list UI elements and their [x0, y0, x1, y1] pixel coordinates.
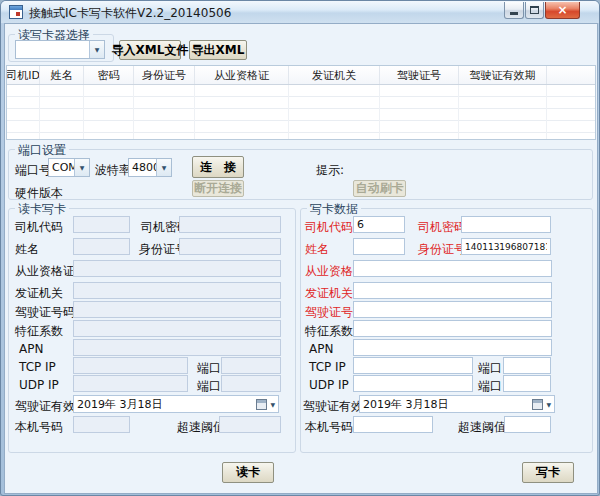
read-tcp-ip-input[interactable] — [73, 357, 188, 374]
read-udp-port-label: 端口 — [197, 378, 221, 395]
hint-label: 提示: — [316, 162, 344, 179]
read-qualification-input[interactable] — [73, 260, 281, 277]
write-local-number-input[interactable] — [353, 416, 433, 433]
write-name-input[interactable] — [353, 238, 405, 255]
read-driver-code-input[interactable] — [73, 216, 130, 233]
write-udp-port-input[interactable] — [503, 375, 551, 392]
write-license-validity-datepicker[interactable]: 2019年 3月18日 ▼ — [359, 395, 555, 413]
write-coefficient-input[interactable] — [353, 320, 552, 337]
read-issuer-input[interactable] — [73, 282, 281, 299]
table-header-row: 司机ID 姓名 密码 身份证号 从业资格证 发证机关 驾驶证号 驾驶证有效期 — [7, 66, 595, 85]
chevron-down-icon: ▼ — [74, 159, 89, 176]
write-tcp-ip-label: TCP IP — [309, 360, 346, 374]
maximize-button[interactable] — [525, 2, 544, 19]
table-column — [547, 85, 595, 139]
read-overspeed-input[interactable] — [219, 416, 281, 433]
disconnect-button[interactable]: 断开连接 — [192, 180, 244, 197]
read-tcp-port-input[interactable] — [221, 357, 281, 374]
write-driver-code-label: 司机代码 — [305, 219, 353, 236]
table-column — [289, 85, 380, 139]
write-overspeed-label: 超速阈值 — [458, 419, 506, 436]
read-tcp-port-label: 端口 — [197, 360, 221, 377]
column-header-license-no[interactable]: 驾驶证号 — [380, 66, 459, 84]
read-udp-port-input[interactable] — [221, 375, 281, 392]
window-title: 接触式IC卡写卡软件V2.2_20140506 — [29, 5, 231, 22]
maximize-icon — [530, 6, 539, 14]
read-coefficient-input[interactable] — [73, 320, 281, 337]
chevron-down-icon: ▼ — [269, 401, 278, 408]
table-body — [7, 85, 595, 139]
write-driver-password-input[interactable] — [461, 216, 551, 233]
read-driver-code-label: 司机代码 — [15, 219, 63, 236]
read-qualification-label: 从业资格证 — [15, 263, 75, 280]
column-header-id-number[interactable]: 身份证号 — [134, 66, 195, 84]
table-column — [134, 85, 195, 139]
minimize-icon — [510, 12, 518, 15]
read-udp-ip-label: UDP IP — [19, 378, 59, 392]
table-column — [380, 85, 459, 139]
close-button[interactable]: × — [545, 2, 580, 19]
baud-combobox-value: 4800 — [129, 161, 156, 174]
minimize-button[interactable] — [504, 2, 524, 19]
read-tcp-ip-label: TCP IP — [19, 360, 56, 374]
read-overspeed-label: 超速阈值 — [177, 419, 225, 436]
table-column — [7, 85, 40, 139]
read-validity-value: 2019年 3月18日 — [74, 397, 256, 412]
read-license-validity-datepicker[interactable]: 2019年 3月18日 ▼ — [73, 395, 279, 413]
column-header-name[interactable]: 姓名 — [40, 66, 84, 84]
write-validity-value: 2019年 3月18日 — [360, 397, 532, 412]
write-license-number-input[interactable] — [353, 301, 552, 318]
read-license-number-label: 驾驶证号码 — [15, 304, 75, 321]
calendar-icon — [532, 399, 543, 410]
write-qualification-input[interactable] — [353, 260, 552, 277]
write-card-button[interactable]: 写卡 — [522, 462, 574, 483]
export-xml-button[interactable]: 导出XML — [189, 40, 247, 60]
write-udp-ip-label: UDP IP — [309, 378, 349, 392]
write-udp-ip-input[interactable] — [353, 375, 473, 392]
reader-combobox[interactable]: ▼ — [15, 40, 105, 59]
column-header-validity[interactable]: 驾驶证有效期 — [459, 66, 547, 84]
write-tcp-ip-input[interactable] — [353, 357, 473, 374]
connect-button[interactable]: 连 接 — [192, 156, 244, 178]
write-id-number-input[interactable] — [461, 238, 551, 255]
read-name-input[interactable] — [73, 238, 130, 255]
read-panel-label: 读卡写卡 — [15, 201, 69, 218]
write-overspeed-input[interactable] — [504, 416, 551, 433]
read-license-number-input[interactable] — [73, 301, 281, 318]
write-coefficient-label: 特征系数 — [305, 323, 353, 340]
column-header-issuer[interactable]: 发证机关 — [289, 66, 380, 84]
read-apn-label: APN — [19, 342, 43, 356]
write-issuer-input[interactable] — [353, 282, 552, 299]
read-apn-input[interactable] — [73, 339, 281, 356]
write-issuer-label: 发证机关 — [305, 285, 353, 302]
write-tcp-port-input[interactable] — [503, 357, 551, 374]
chevron-down-icon: ▼ — [156, 159, 171, 176]
import-xml-button[interactable]: 导入XML文件 — [119, 40, 181, 60]
driver-table: 司机ID 姓名 密码 身份证号 从业资格证 发证机关 驾驶证号 驾驶证有效期 — [6, 65, 596, 140]
column-header-password[interactable]: 密码 — [84, 66, 134, 84]
column-header-driver-id[interactable]: 司机ID — [7, 66, 40, 84]
table-column — [459, 85, 547, 139]
write-id-number-label: 身份证号 — [418, 241, 466, 258]
read-name-label: 姓名 — [15, 241, 39, 258]
titlebar[interactable]: 接触式IC卡写卡软件V2.2_20140506 × — [1, 1, 600, 23]
read-udp-ip-input[interactable] — [73, 375, 188, 392]
auto-swipe-button[interactable]: 自动刷卡 — [353, 180, 406, 197]
column-header-qualification[interactable]: 从业资格证 — [195, 66, 289, 84]
close-icon: × — [557, 3, 567, 17]
write-driver-code-input[interactable] — [353, 216, 405, 233]
port-combobox-value: COM1 — [49, 161, 74, 174]
read-card-button[interactable]: 读卡 — [222, 462, 274, 483]
read-driver-password-input[interactable] — [179, 216, 281, 233]
read-local-number-input[interactable] — [73, 416, 130, 433]
port-combobox[interactable]: COM1 ▼ — [48, 158, 90, 177]
calendar-icon — [256, 399, 267, 410]
table-column — [84, 85, 134, 139]
write-apn-label: APN — [309, 342, 333, 356]
chevron-down-icon: ▼ — [89, 41, 104, 58]
baud-combobox[interactable]: 4800 ▼ — [128, 158, 172, 177]
table-column — [40, 85, 84, 139]
write-apn-input[interactable] — [353, 339, 552, 356]
read-id-number-input[interactable] — [179, 238, 281, 255]
write-driver-password-label: 司机密码 — [418, 219, 466, 236]
